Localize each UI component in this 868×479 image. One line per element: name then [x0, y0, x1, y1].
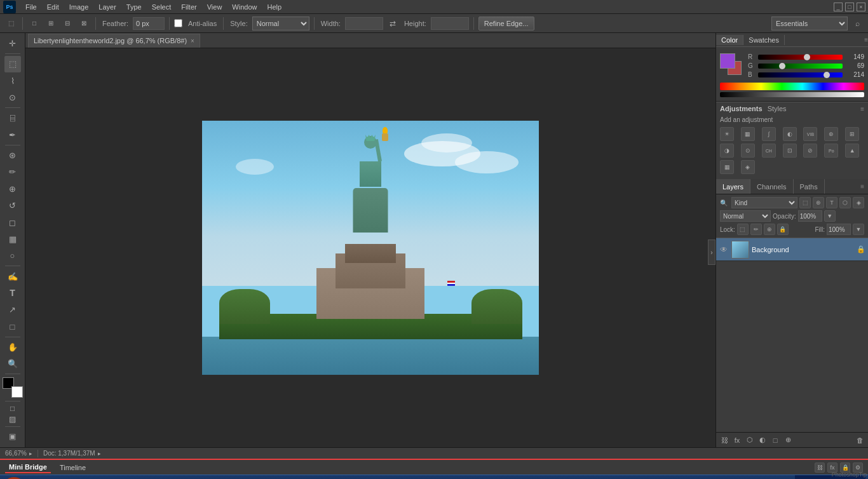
add-selection-btn[interactable]: ⊞ [44, 17, 58, 30]
taskbar-folder[interactable]: 📁 [80, 477, 104, 480]
fill-input[interactable] [827, 224, 851, 235]
start-button[interactable]: ⊞ [3, 477, 25, 480]
new-layer-btn[interactable]: ⊕ [782, 435, 794, 446]
doc-tab-close[interactable]: × [191, 37, 194, 44]
opacity-input[interactable] [798, 210, 822, 222]
tab-swatches[interactable]: Swatches [743, 35, 785, 45]
menu-file[interactable]: File [20, 2, 42, 12]
hue-saturation-icon[interactable]: ⊛ [824, 127, 838, 141]
new-group-btn[interactable]: □ [770, 435, 781, 446]
eraser-tool[interactable]: ◻ [4, 214, 21, 230]
screen-mode-btn[interactable]: ▣ [4, 428, 21, 444]
tab-layers[interactable]: Layers [716, 179, 750, 194]
dodge-tool[interactable]: ○ [4, 248, 21, 264]
tab-channels[interactable]: Channels [750, 179, 793, 194]
hand-tool[interactable]: ✋ [4, 339, 21, 355]
close-btn[interactable]: × [857, 3, 865, 11]
refine-edge-btn[interactable]: Refine Edge... [478, 17, 534, 30]
crop-tool[interactable]: ⌸ [4, 110, 21, 126]
fill-options-btn[interactable]: ▼ [853, 224, 864, 235]
black-white-bar[interactable] [720, 92, 864, 97]
layers-panel-collapse-icon[interactable]: ≡ [857, 183, 868, 190]
taskbar-app2[interactable]: ⬡ [283, 477, 308, 480]
opacity-options-btn[interactable]: ▼ [824, 210, 836, 222]
feather-input[interactable] [133, 17, 165, 30]
restore-btn[interactable]: □ [845, 3, 854, 11]
taskbar-app4[interactable]: ▣ [334, 477, 358, 480]
lock-all-btn[interactable]: 🔒 [777, 224, 789, 235]
menu-layer[interactable]: Layer [93, 2, 121, 12]
menu-type[interactable]: Type [121, 2, 147, 12]
styles-link[interactable]: Styles [768, 105, 787, 112]
marquee-tool-btn[interactable]: ⬚ [4, 17, 18, 30]
tab-paths[interactable]: Paths [794, 179, 825, 194]
add-style-btn[interactable]: fx [731, 435, 743, 446]
black-white-icon[interactable]: ◑ [720, 144, 734, 158]
new-selection-btn[interactable]: □ [27, 17, 41, 30]
quick-mask-btn[interactable]: ▨ [6, 414, 20, 424]
taskbar-app3[interactable]: ✦ [309, 477, 333, 480]
shape-tool[interactable]: □ [4, 318, 21, 334]
adjustment-filter-btn[interactable]: ⊛ [813, 197, 824, 208]
adjustments-collapse-icon[interactable]: ≡ [860, 105, 864, 112]
taskbar-adobe[interactable]: A [233, 477, 257, 480]
text-tool[interactable]: T [4, 285, 21, 301]
levels-icon[interactable]: ▦ [741, 127, 755, 141]
foreground-color-swatch[interactable] [3, 377, 23, 397]
menu-window[interactable]: Window [227, 2, 262, 12]
lasso-tool[interactable]: ⌇ [4, 73, 21, 89]
taskbar-unknown2[interactable]: ◈ [105, 477, 130, 480]
zoom-tool[interactable]: 🔍 [4, 356, 21, 372]
color-balance-icon[interactable]: ⊞ [845, 127, 859, 141]
search-workspace-btn[interactable]: ⌕ [850, 17, 864, 30]
menu-select[interactable]: Select [147, 2, 177, 12]
blue-slider[interactable] [758, 72, 843, 78]
curves-icon[interactable]: ∫ [762, 127, 776, 141]
doc-info-btn[interactable]: ▸ [98, 450, 101, 457]
taskbar-chrome[interactable]: ◉ [182, 477, 206, 480]
red-slider[interactable] [758, 55, 843, 60]
zoom-info-btn[interactable]: ▸ [29, 450, 32, 457]
menu-view[interactable]: View [202, 2, 227, 12]
path-select-tool[interactable]: ↗ [4, 302, 21, 318]
menu-edit[interactable]: Edit [42, 2, 64, 12]
move-tool[interactable]: ✛ [4, 36, 21, 51]
anti-alias-checkbox[interactable] [174, 19, 182, 27]
quick-select-tool[interactable]: ⊙ [4, 90, 21, 105]
new-fill-btn[interactable]: ◐ [757, 435, 768, 446]
smartobj-filter-btn[interactable]: ◈ [853, 197, 864, 208]
panel-collapse-btn[interactable]: › [708, 240, 715, 265]
subtract-selection-btn[interactable]: ⊟ [60, 17, 74, 30]
green-slider[interactable] [758, 64, 843, 69]
minimize-btn[interactable]: _ [834, 3, 843, 11]
vibrance-icon[interactable]: VIB [803, 127, 817, 141]
width-input[interactable] [345, 17, 383, 30]
threshold-icon[interactable]: ▲ [845, 144, 859, 158]
history-brush-tool[interactable]: ↺ [4, 198, 21, 213]
standard-mode-btn[interactable]: □ [6, 403, 20, 414]
document-tab[interactable]: Libertyenlightentheworld2.jpg @ 66,7% (R… [28, 34, 200, 48]
delete-layer-btn[interactable]: 🗑 [854, 435, 865, 446]
taskbar-skype[interactable]: S [207, 477, 231, 480]
link-layers-btn[interactable]: ⛓ [719, 435, 730, 446]
pixel-filter-btn[interactable]: ⬚ [799, 197, 811, 208]
marquee-tool[interactable]: ⬚ [4, 56, 21, 72]
color-panel-collapse-icon[interactable]: ≡ [864, 36, 868, 43]
timeline-tab[interactable]: Timeline [56, 462, 90, 473]
healing-brush-tool[interactable]: ⊛ [4, 147, 21, 163]
color-lookup-icon[interactable]: ⊡ [783, 144, 797, 158]
menu-image[interactable]: Image [64, 2, 94, 12]
gradient-map-icon[interactable]: ▦ [720, 160, 734, 174]
intersect-selection-btn[interactable]: ⊠ [77, 17, 91, 30]
invert-icon[interactable]: ⊘ [803, 144, 817, 158]
lock-position-btn[interactable]: ⊕ [764, 224, 775, 235]
taskbar-firefox[interactable]: 🦊 [131, 477, 155, 480]
foreground-swatch[interactable] [720, 53, 735, 69]
style-select[interactable]: Normal Fixed Ratio Fixed Size [252, 17, 309, 30]
taskbar-ie[interactable]: e [29, 477, 53, 480]
clone-stamp-tool[interactable]: ⊕ [4, 181, 21, 197]
brightness-contrast-icon[interactable]: ☀ [720, 127, 734, 141]
background-color[interactable] [11, 386, 23, 398]
taskbar-unknown1[interactable]: ⊙ [55, 477, 79, 480]
lock-image-btn[interactable]: ✏ [750, 224, 762, 235]
